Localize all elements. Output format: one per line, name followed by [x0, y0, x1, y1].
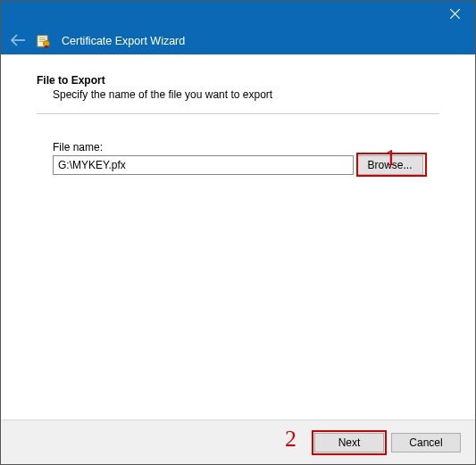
browse-button[interactable]: Browse... — [356, 155, 423, 175]
page-description: Specify the name of the file you want to… — [53, 88, 439, 101]
divider — [37, 113, 439, 114]
close-icon — [450, 7, 460, 21]
wizard-header: Certificate Export Wizard — [1, 28, 475, 54]
cancel-button[interactable]: Cancel — [391, 433, 461, 453]
filename-input[interactable] — [53, 155, 354, 175]
page-heading: File to Export — [37, 74, 439, 87]
back-arrow-icon[interactable] — [10, 33, 26, 49]
next-button[interactable]: Next — [314, 433, 384, 453]
filename-label: File name: — [53, 141, 439, 154]
wizard-title: Certificate Export Wizard — [62, 35, 185, 47]
certificate-icon — [37, 34, 51, 48]
window-titlebar — [1, 1, 475, 28]
close-button[interactable] — [435, 1, 475, 28]
wizard-content: File to Export Specify the name of the f… — [1, 54, 475, 175]
svg-rect-6 — [39, 41, 44, 42]
svg-rect-4 — [39, 37, 46, 38]
svg-rect-5 — [39, 39, 46, 40]
wizard-footer: Next Cancel — [1, 419, 475, 464]
